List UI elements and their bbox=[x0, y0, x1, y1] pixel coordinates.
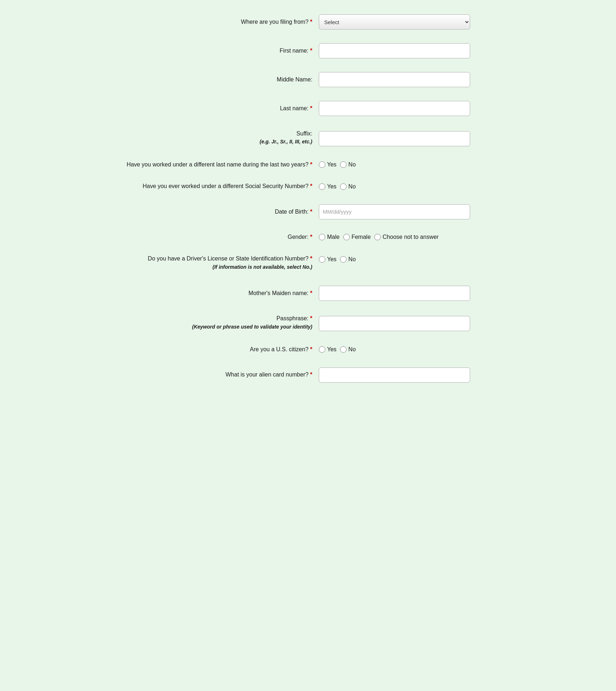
us-citizen-label-area: Are you a U.S. citizen? * bbox=[110, 346, 319, 353]
dob-required: * bbox=[310, 209, 312, 215]
gender-row: Gender: * Male Female Choose not to answ… bbox=[110, 233, 506, 241]
diff-ssn-no-radio[interactable] bbox=[340, 183, 347, 190]
diff-ssn-label-area: Have you ever worked under a different S… bbox=[110, 182, 319, 190]
suffix-input[interactable] bbox=[319, 131, 470, 146]
filing-from-row: Where are you filing from? * Select bbox=[110, 14, 506, 30]
last-name-row: Last name: * bbox=[110, 101, 506, 116]
gender-female-label[interactable]: Female bbox=[352, 234, 371, 240]
diff-last-name-row: Have you worked under a different last n… bbox=[110, 161, 506, 169]
diff-ssn-yes-item[interactable]: Yes bbox=[319, 183, 336, 190]
diff-ssn-yes-label[interactable]: Yes bbox=[327, 183, 336, 190]
us-citizen-yes-label[interactable]: Yes bbox=[327, 346, 336, 353]
middle-name-row: Middle Name: bbox=[110, 72, 506, 87]
middle-name-input[interactable] bbox=[319, 72, 470, 87]
last-name-required: * bbox=[310, 105, 312, 111]
last-name-input[interactable] bbox=[319, 101, 470, 116]
drivers-license-yes-item[interactable]: Yes bbox=[319, 256, 336, 263]
diff-ssn-yes-radio[interactable] bbox=[319, 183, 325, 190]
suffix-sub-label: (e.g. Jr., Sr., II, III, etc.) bbox=[110, 138, 312, 146]
diff-ssn-row: Have you ever worked under a different S… bbox=[110, 182, 506, 190]
drivers-license-no-label[interactable]: No bbox=[348, 256, 356, 263]
gender-male-item[interactable]: Male bbox=[319, 234, 340, 240]
passphrase-input-area bbox=[319, 315, 506, 331]
last-name-label-area: Last name: * bbox=[110, 104, 319, 112]
middle-name-label: Middle Name: bbox=[277, 76, 312, 83]
gender-female-radio[interactable] bbox=[343, 234, 350, 240]
alien-card-input-area bbox=[319, 367, 506, 383]
suffix-label-area: Suffix: (e.g. Jr., Sr., II, III, etc.) bbox=[110, 130, 319, 147]
filing-from-label-area: Where are you filing from? * bbox=[110, 18, 319, 26]
last-name-label: Last name: bbox=[280, 105, 308, 111]
mothers-maiden-input-area bbox=[319, 286, 506, 301]
diff-last-name-no-label[interactable]: No bbox=[348, 161, 356, 168]
mothers-maiden-row: Mother's Maiden name: * bbox=[110, 286, 506, 301]
first-name-row: First name: * bbox=[110, 43, 506, 58]
gender-choose-label[interactable]: Choose not to answer bbox=[383, 234, 439, 240]
alien-card-label: What is your alien card number? bbox=[226, 371, 308, 378]
drivers-license-radio-group: Yes No bbox=[319, 256, 356, 263]
us-citizen-yes-radio[interactable] bbox=[319, 346, 325, 353]
diff-ssn-input-area: Yes No bbox=[319, 183, 506, 190]
us-citizen-no-label[interactable]: No bbox=[348, 346, 356, 353]
mothers-maiden-label-area: Mother's Maiden name: * bbox=[110, 289, 319, 297]
last-name-input-area bbox=[319, 101, 506, 116]
gender-input-area: Male Female Choose not to answer bbox=[319, 234, 506, 240]
passphrase-input[interactable] bbox=[319, 316, 470, 331]
gender-label: Gender: bbox=[288, 234, 309, 240]
gender-male-label[interactable]: Male bbox=[327, 234, 340, 240]
drivers-license-yes-radio[interactable] bbox=[319, 256, 325, 263]
us-citizen-yes-item[interactable]: Yes bbox=[319, 346, 336, 353]
middle-name-label-area: Middle Name: bbox=[110, 76, 319, 84]
passphrase-row: Passphrase: * (Keyword or phrase used to… bbox=[110, 315, 506, 332]
us-citizen-radio-group: Yes No bbox=[319, 346, 356, 353]
diff-last-name-required: * bbox=[310, 161, 312, 168]
drivers-license-no-radio[interactable] bbox=[340, 256, 347, 263]
diff-last-name-radio-group: Yes No bbox=[319, 161, 356, 168]
filing-from-label: Where are you filing from? bbox=[241, 19, 309, 25]
dob-input[interactable] bbox=[319, 204, 470, 219]
filing-from-required: * bbox=[310, 19, 312, 25]
us-citizen-required: * bbox=[310, 346, 312, 352]
us-citizen-row: Are you a U.S. citizen? * Yes No bbox=[110, 346, 506, 353]
gender-radio-group: Male Female Choose not to answer bbox=[319, 234, 439, 240]
gender-choose-radio[interactable] bbox=[374, 234, 381, 240]
diff-last-name-yes-radio[interactable] bbox=[319, 161, 325, 168]
diff-last-name-no-radio[interactable] bbox=[340, 161, 347, 168]
mothers-maiden-required: * bbox=[310, 290, 312, 296]
gender-female-item[interactable]: Female bbox=[343, 234, 371, 240]
filing-from-select[interactable]: Select bbox=[319, 14, 470, 30]
gender-required: * bbox=[310, 234, 312, 240]
us-citizen-no-item[interactable]: No bbox=[340, 346, 356, 353]
us-citizen-no-radio[interactable] bbox=[340, 346, 347, 353]
drivers-license-no-item[interactable]: No bbox=[340, 256, 356, 263]
diff-last-name-yes-item[interactable]: Yes bbox=[319, 161, 336, 168]
passphrase-sub-label: (Keyword or phrase used to validate your… bbox=[110, 324, 312, 331]
drivers-license-yes-label[interactable]: Yes bbox=[327, 256, 336, 263]
diff-last-name-label-area: Have you worked under a different last n… bbox=[110, 161, 319, 169]
first-name-input[interactable] bbox=[319, 43, 470, 58]
mothers-maiden-input[interactable] bbox=[319, 286, 470, 301]
first-name-required: * bbox=[310, 48, 312, 54]
suffix-row: Suffix: (e.g. Jr., Sr., II, III, etc.) bbox=[110, 130, 506, 147]
alien-card-row: What is your alien card number? * bbox=[110, 367, 506, 383]
diff-ssn-no-item[interactable]: No bbox=[340, 183, 356, 190]
middle-name-input-area bbox=[319, 72, 506, 87]
diff-last-name-yes-label[interactable]: Yes bbox=[327, 161, 336, 168]
diff-ssn-radio-group: Yes No bbox=[319, 183, 356, 190]
gender-choose-item[interactable]: Choose not to answer bbox=[374, 234, 439, 240]
diff-ssn-no-label[interactable]: No bbox=[348, 183, 356, 190]
dob-label: Date of Birth: bbox=[275, 209, 308, 215]
gender-male-radio[interactable] bbox=[319, 234, 325, 240]
drivers-license-input-area: Yes No bbox=[319, 255, 506, 263]
first-name-input-area bbox=[319, 43, 506, 58]
suffix-input-area bbox=[319, 130, 506, 146]
mothers-maiden-label: Mother's Maiden name: bbox=[249, 290, 309, 296]
dob-input-area bbox=[319, 204, 506, 219]
alien-card-input[interactable] bbox=[319, 367, 470, 383]
passphrase-required: * bbox=[310, 315, 312, 321]
alien-card-required: * bbox=[310, 371, 312, 378]
suffix-label: Suffix: bbox=[296, 130, 312, 137]
drivers-license-row: Do you have a Driver's License or State … bbox=[110, 255, 506, 272]
passphrase-label-area: Passphrase: * (Keyword or phrase used to… bbox=[110, 315, 319, 332]
diff-last-name-no-item[interactable]: No bbox=[340, 161, 356, 168]
